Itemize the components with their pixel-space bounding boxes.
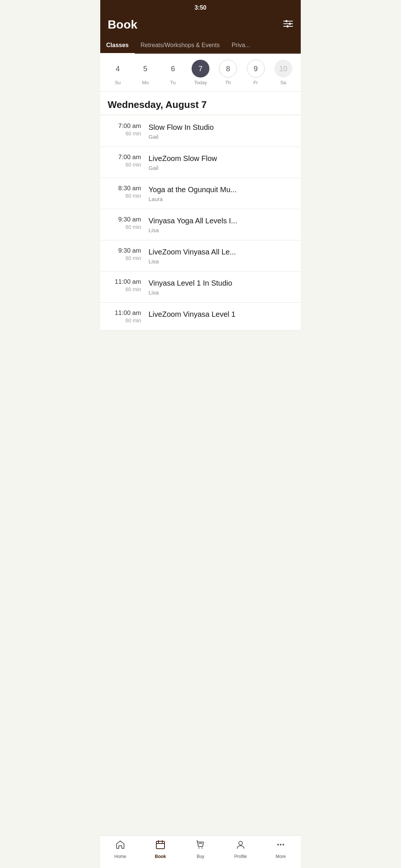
svg-rect-4 [289, 23, 291, 25]
nav-profile[interactable]: Profile [221, 839, 261, 859]
date-heading-section: Wednesday, August 7 [100, 92, 301, 114]
day-number-7: 7 [192, 60, 209, 78]
class-item-3[interactable]: 9:30 am 60 min Vinyasa Yoga All Levels I… [100, 209, 301, 240]
day-number-10: 10 [274, 60, 292, 78]
class-time-5: 11:00 am 60 min [108, 278, 149, 292]
class-item-2[interactable]: 8:30 am 60 min Yoga at the Ogunquit Mu..… [100, 178, 301, 209]
day-label-tu: Tu [170, 80, 176, 85]
class-item-0[interactable]: 7:00 am 60 min Slow Flow In Studio Gail [100, 116, 301, 147]
class-time-4: 9:30 am 60 min [108, 247, 149, 261]
day-label-today: Today [194, 80, 207, 85]
class-time-0: 7:00 am 60 min [108, 122, 149, 137]
bottom-nav: Home Book Buy [100, 835, 301, 868]
tab-private[interactable]: Priva... [226, 37, 256, 53]
tab-retreats[interactable]: Retreats/Workshops & Events [135, 37, 226, 53]
class-info-1: LiveZoom Slow Flow Gail [149, 154, 293, 171]
class-time-2: 8:30 am 60 min [108, 185, 149, 199]
nav-home-label: Home [114, 854, 126, 859]
header: Book [100, 14, 301, 37]
filter-icon[interactable] [283, 19, 293, 30]
day-label-sa: Sa [280, 80, 286, 85]
class-info-3: Vinyasa Yoga All Levels I... Lisa [149, 216, 293, 233]
svg-rect-5 [287, 25, 288, 27]
class-time-1: 7:00 am 60 min [108, 154, 149, 168]
day-number-4: 4 [109, 60, 127, 78]
class-info-0: Slow Flow In Studio Gail [149, 122, 293, 140]
class-info-4: LiveZoom Vinyasa All Le... Lisa [149, 247, 293, 264]
day-label-fr: Fr [253, 80, 258, 85]
class-item-5[interactable]: 11:00 am 60 min Vinyasa Level 1 In Studi… [100, 272, 301, 303]
tabs-bar: Classes Retreats/Workshops & Events Priv… [100, 37, 301, 54]
nav-book-label: Book [155, 854, 166, 859]
profile-icon [235, 839, 246, 852]
calendar-day-tu[interactable]: 6 Tu [163, 60, 183, 85]
svg-point-12 [239, 841, 242, 845]
day-number-8: 8 [219, 60, 237, 78]
nav-more-label: More [276, 854, 286, 859]
calendar-day-fr[interactable]: 9 Fr [246, 60, 265, 85]
classes-list: 7:00 am 60 min Slow Flow In Studio Gail … [100, 116, 301, 331]
home-icon [115, 839, 125, 852]
date-heading-text: Wednesday, August 7 [108, 99, 293, 111]
svg-point-14 [280, 844, 281, 845]
day-number-5: 5 [136, 60, 154, 78]
svg-rect-3 [286, 20, 287, 22]
tab-classes[interactable]: Classes [100, 37, 135, 54]
buy-icon [195, 839, 206, 852]
class-time-6: 11:00 am 60 min [108, 309, 149, 323]
nav-profile-label: Profile [234, 854, 247, 859]
day-label-su: Su [115, 80, 121, 85]
svg-point-13 [277, 844, 279, 845]
svg-point-15 [283, 844, 284, 845]
day-number-9: 9 [247, 60, 265, 78]
svg-point-10 [199, 848, 200, 849]
class-item-6[interactable]: 11:00 am 60 min LiveZoom Vinyasa Level 1 [100, 303, 301, 331]
book-icon [155, 839, 166, 852]
class-item-4[interactable]: 9:30 am 60 min LiveZoom Vinyasa All Le..… [100, 240, 301, 272]
day-number-6: 6 [164, 60, 182, 78]
calendar-day-su[interactable]: 4 Su [108, 60, 127, 85]
calendar-day-th[interactable]: 8 Th [218, 60, 238, 85]
class-info-2: Yoga at the Ogunquit Mu... Laura [149, 185, 293, 202]
nav-buy-label: Buy [197, 854, 205, 859]
class-item-1[interactable]: 7:00 am 60 min LiveZoom Slow Flow Gail [100, 147, 301, 178]
svg-rect-6 [156, 841, 164, 849]
calendar-day-sa[interactable]: 10 Sa [274, 60, 293, 85]
class-info-5: Vinyasa Level 1 In Studio Lisa [149, 278, 293, 296]
day-label-mo: Mo [142, 80, 149, 85]
calendar-day-today[interactable]: 7 Today [191, 60, 210, 85]
nav-home[interactable]: Home [100, 839, 140, 859]
nav-book[interactable]: Book [140, 839, 180, 859]
class-time-3: 9:30 am 60 min [108, 216, 149, 230]
class-info-6: LiveZoom Vinyasa Level 1 [149, 309, 293, 320]
calendar-strip: 4 Su 5 Mo 6 Tu 7 Today 8 Th 9 Fr 10 Sa [100, 54, 301, 92]
status-bar: 3:50 [100, 0, 301, 14]
day-label-th: Th [225, 80, 231, 85]
page-title: Book [108, 18, 137, 32]
nav-buy[interactable]: Buy [180, 839, 221, 859]
calendar-day-mo[interactable]: 5 Mo [136, 60, 155, 85]
nav-more[interactable]: More [261, 839, 301, 859]
status-time: 3:50 [195, 4, 206, 11]
svg-point-11 [202, 848, 203, 849]
more-icon [276, 839, 286, 852]
